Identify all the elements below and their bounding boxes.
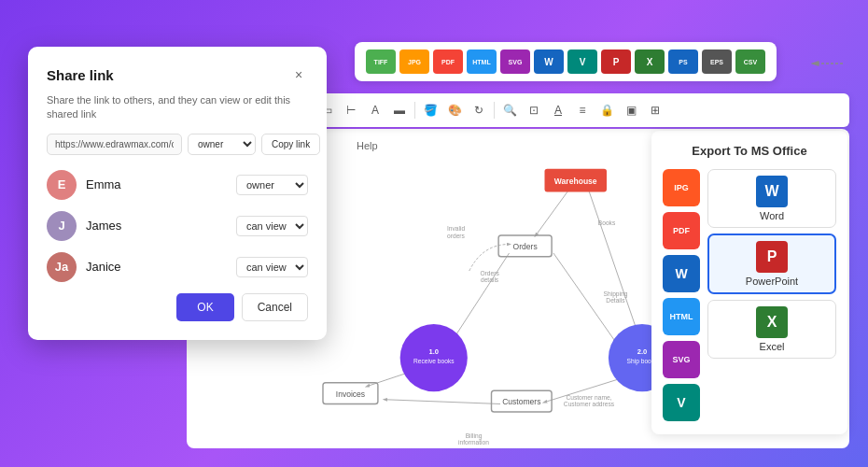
svg-text:Receive books: Receive books: [413, 358, 455, 364]
svg-rect-19: [498, 235, 552, 257]
export-small-visio[interactable]: V: [663, 384, 700, 421]
svg-text:Books: Books: [598, 219, 616, 226]
excel-icon: X: [756, 306, 788, 338]
arrow-indicator: [810, 54, 847, 73]
export-word-btn[interactable]: W Word: [707, 169, 836, 228]
svg-point-25: [400, 324, 468, 391]
format-ps[interactable]: PS: [668, 50, 698, 74]
format-eps[interactable]: EPS: [702, 50, 732, 74]
svg-text:2.0: 2.0: [637, 347, 648, 356]
user-name-janice: Janice: [86, 260, 227, 274]
ppt-label: PowerPoint: [746, 276, 798, 287]
export-small-svg[interactable]: SVG: [663, 341, 700, 378]
user-row-emma: E Emma owner can view can edit: [47, 170, 308, 200]
svg-rect-21: [323, 383, 378, 404]
svg-text:Orders: Orders: [513, 242, 538, 251]
user-row-janice: Ja Janice owner can view can edit: [47, 252, 308, 282]
export-layout: IPG PDF W HTML SVG V W Word P PowerPoint…: [663, 169, 836, 421]
user-name-emma: Emma: [86, 177, 227, 191]
format-toolbar: TIFF JPG PDF HTML SVG W V P X PS EPS CSV: [355, 42, 777, 81]
user-role-janice[interactable]: owner can view can edit: [236, 257, 308, 277]
format-html[interactable]: HTML: [467, 50, 497, 74]
dialog-title: Share link: [47, 67, 114, 83]
svg-text:Details: Details: [606, 297, 625, 304]
svg-text:1.0: 1.0: [428, 347, 439, 356]
underline-tool[interactable]: A: [547, 99, 569, 121]
export-large-items: W Word P PowerPoint X Excel: [707, 169, 836, 421]
svg-text:Customer name,: Customer name,: [566, 394, 611, 401]
svg-text:orders: orders: [447, 233, 466, 239]
export-small-word[interactable]: W: [663, 255, 700, 292]
link-input[interactable]: [47, 134, 182, 155]
svg-text:Invalid: Invalid: [447, 225, 466, 232]
avatar-janice: Ja: [47, 252, 77, 282]
share-dialog: Share link × Share the link to others, a…: [28, 47, 327, 340]
list-tool[interactable]: ≡: [571, 99, 594, 121]
lock-tool[interactable]: 🔒: [595, 99, 618, 121]
format-svg[interactable]: SVG: [500, 50, 530, 74]
fill-tool[interactable]: 🪣: [419, 99, 441, 121]
grid-tool[interactable]: ⊞: [644, 99, 666, 121]
user-role-james[interactable]: owner can view can edit: [236, 216, 308, 236]
export-panel-title: Export To MS Office: [663, 144, 836, 158]
format-csv[interactable]: CSV: [735, 50, 765, 74]
user-row-james: J James owner can view can edit: [47, 211, 308, 241]
rect-tool[interactable]: ▬: [388, 99, 411, 121]
svg-text:Invoices: Invoices: [336, 389, 365, 399]
format-word[interactable]: W: [534, 50, 564, 74]
toolbar-sep-2: [494, 102, 495, 119]
anchor-tool[interactable]: ⊢: [340, 99, 362, 121]
svg-text:Warehouse: Warehouse: [554, 177, 597, 186]
svg-rect-23: [492, 390, 553, 412]
copy-link-button[interactable]: Copy link: [261, 134, 320, 155]
frame-tool[interactable]: ▣: [620, 99, 642, 121]
format-ppt[interactable]: P: [601, 50, 631, 74]
cancel-button[interactable]: Cancel: [242, 293, 308, 321]
svg-text:Billing: Billing: [419, 356, 436, 363]
dialog-header: Share link ×: [47, 65, 308, 84]
svg-text:information: information: [458, 439, 489, 446]
user-name-james: James: [86, 219, 227, 233]
text2-tool[interactable]: A: [364, 99, 386, 121]
export-small-pdf[interactable]: PDF: [663, 212, 700, 249]
svg-text:information: information: [413, 363, 443, 370]
dialog-description: Share the link to others, and they can v…: [47, 93, 308, 122]
word-icon: W: [756, 176, 788, 207]
format-visio[interactable]: V: [567, 50, 597, 74]
help-text: Help: [353, 138, 382, 153]
svg-text:Shipping: Shipping: [604, 290, 628, 298]
color-tool[interactable]: 🎨: [443, 99, 466, 121]
link-role-select[interactable]: owner can view can edit: [188, 134, 256, 155]
svg-text:Orders: Orders: [480, 270, 499, 276]
export-ppt-btn[interactable]: P PowerPoint: [707, 234, 836, 294]
format-excel[interactable]: X: [635, 50, 665, 74]
toolbar-sep-1: [414, 102, 415, 119]
ppt-icon: P: [756, 241, 788, 273]
user-role-emma[interactable]: owner can view can edit: [236, 175, 308, 195]
format-jpg[interactable]: JPG: [399, 50, 429, 74]
dialog-close-button[interactable]: ×: [289, 65, 308, 84]
word-label: Word: [760, 210, 784, 221]
avatar-james: J: [47, 211, 77, 241]
svg-text:Customers: Customers: [502, 397, 540, 406]
svg-rect-17: [545, 169, 608, 192]
svg-text:Billing: Billing: [466, 432, 483, 440]
dialog-actions: OK Cancel: [47, 293, 308, 321]
excel-label: Excel: [760, 341, 785, 352]
avatar-emma: E: [47, 170, 77, 200]
link-row: owner can view can edit Copy link: [47, 134, 308, 155]
export-small-html[interactable]: HTML: [663, 298, 700, 335]
format-tiff[interactable]: TIFF: [366, 50, 396, 74]
ok-button[interactable]: OK: [176, 293, 233, 321]
crop-tool[interactable]: ⊡: [523, 99, 545, 121]
svg-text:details: details: [481, 276, 499, 283]
export-excel-btn[interactable]: X Excel: [707, 300, 836, 359]
rotate-tool[interactable]: ↻: [468, 99, 490, 121]
svg-text:Customer address: Customer address: [564, 401, 615, 407]
format-pdf[interactable]: PDF: [433, 50, 463, 74]
zoom-tool[interactable]: 🔍: [498, 99, 521, 121]
export-small-icons: IPG PDF W HTML SVG V: [663, 169, 700, 421]
export-panel: Export To MS Office IPG PDF W HTML SVG V…: [651, 131, 847, 434]
export-small-ipg[interactable]: IPG: [663, 169, 700, 206]
